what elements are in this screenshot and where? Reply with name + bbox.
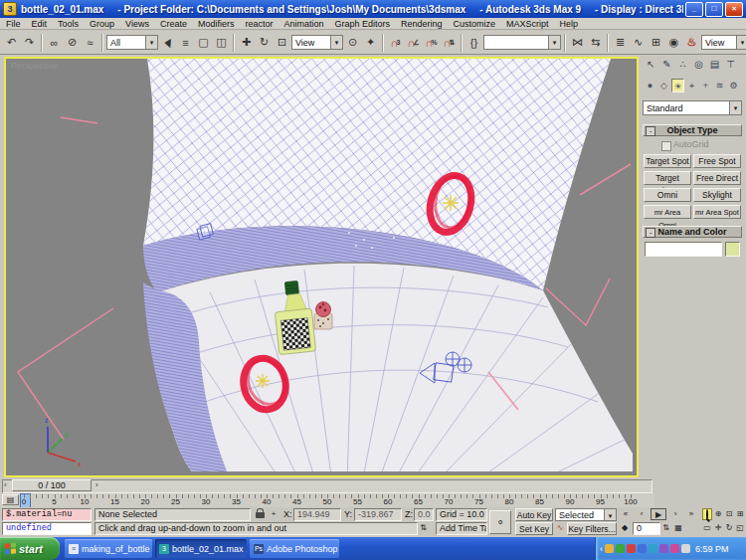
mirror-icon[interactable]: ⋈ [569, 34, 586, 52]
region-zoom-icon[interactable]: ▭ [702, 522, 712, 534]
tray-display-icon[interactable] [649, 544, 657, 553]
start-button[interactable]: start [0, 537, 60, 560]
curve-editor-icon[interactable]: ∿ [630, 34, 647, 52]
next-frame-icon[interactable]: › [668, 508, 682, 520]
tab-utilities-icon[interactable]: ⊤ [723, 57, 738, 73]
material-editor-icon[interactable]: ◉ [665, 34, 682, 52]
prompt-spinner-icon[interactable]: ⇅ [419, 522, 428, 534]
tab-motion-icon[interactable]: ◎ [691, 57, 706, 73]
zoom-extents-icon[interactable]: ⊡ [724, 508, 734, 520]
bind-to-spacewarp-icon[interactable]: ≈ [82, 34, 98, 52]
select-and-move-icon[interactable]: ✚ [238, 34, 255, 52]
light-category-dropdown[interactable]: Standard ▾ [643, 100, 742, 115]
name-and-color-rollout[interactable]: - Name and Color [643, 226, 742, 238]
arc-rotate-icon[interactable]: ↻ [724, 522, 734, 534]
go-to-end-icon[interactable]: » [684, 508, 698, 520]
category-helpers-icon[interactable]: + [699, 79, 712, 93]
mr-area-spot-button[interactable]: mr Area Spot [693, 205, 741, 219]
render-view-dropdown[interactable]: View ▾ [701, 35, 746, 50]
redo-icon[interactable]: ↷ [21, 34, 38, 52]
selection-filter-dropdown[interactable]: All ▾ [106, 35, 158, 50]
viewport-label[interactable]: Perspective [11, 61, 58, 71]
time-slider-right-arrow[interactable]: › [95, 480, 98, 489]
select-and-link-icon[interactable]: ∞ [46, 34, 63, 52]
viewport-canvas[interactable]: z y x [6, 59, 633, 471]
unlink-selection-icon[interactable]: ⊘ [64, 34, 81, 52]
window-crossing-icon[interactable]: ◫ [213, 34, 230, 52]
named-selection-dropdown[interactable]: ▾ [483, 35, 561, 50]
category-spacewarps-icon[interactable]: ≋ [713, 79, 726, 93]
jar-model[interactable] [314, 302, 332, 330]
spinner-snap-icon[interactable]: ∩⇅ [441, 34, 458, 52]
menu-group[interactable]: Group [90, 19, 114, 29]
use-pivot-center-icon[interactable]: ⊙ [344, 34, 361, 52]
object-name-field[interactable] [645, 242, 722, 257]
tab-display-icon[interactable]: ▤ [707, 57, 722, 73]
taskbar-item-photoshop[interactable]: Ps Adobe Photoshop [250, 539, 339, 558]
reference-coordinate-dropdown[interactable]: View ▾ [291, 35, 343, 50]
snap-toggle-icon[interactable]: ∩3 [387, 34, 404, 52]
key-mode-toggle-icon[interactable]: ◆ [619, 522, 631, 534]
menu-customize[interactable]: Customize [454, 19, 496, 29]
play-button-icon[interactable]: ▶ [651, 508, 666, 520]
zoom-extents-all-icon[interactable]: ⊞ [735, 508, 745, 520]
x-coordinate-field[interactable]: 194.949 [293, 508, 341, 521]
free-direct-button[interactable]: Free Direct [693, 171, 741, 185]
tray-network-icon[interactable] [638, 544, 647, 553]
tab-hierarchy-icon[interactable]: ∴ [675, 57, 690, 73]
select-and-rotate-icon[interactable]: ↻ [256, 34, 273, 52]
omni-light-1[interactable] [256, 374, 270, 388]
menu-animation[interactable]: Animation [283, 19, 323, 29]
layer-manager-icon[interactable]: ≣ [612, 34, 629, 52]
category-shapes-icon[interactable]: ◇ [657, 79, 670, 93]
free-spot-button[interactable]: Free Spot [693, 154, 741, 168]
maxscript-listener-output[interactable]: undefined [2, 522, 92, 535]
category-systems-icon[interactable]: ⚙ [727, 79, 740, 93]
perspective-viewport[interactable]: Perspective [4, 57, 639, 477]
menu-create[interactable]: Create [160, 19, 187, 29]
taskbar-item-notepad[interactable]: ≡ making_of_bottle - N... [65, 539, 152, 558]
menu-edit[interactable]: Edit [32, 19, 48, 29]
select-and-manipulate-icon[interactable]: ✦ [362, 34, 379, 52]
taskbar-item-3dsmax[interactable]: 3 bottle_02_01.max ... [155, 539, 247, 558]
omni-light-2[interactable] [443, 195, 459, 211]
tray-chevron-icon[interactable]: ‹ [600, 544, 603, 554]
undo-icon[interactable]: ↶ [3, 34, 20, 52]
minimize-button[interactable]: _ [685, 2, 703, 17]
tray-messenger-icon[interactable] [670, 544, 679, 553]
object-color-swatch[interactable] [725, 242, 740, 257]
named-selection-sets-icon[interactable]: {} [466, 34, 482, 52]
category-lights-icon[interactable]: ☀ [671, 79, 684, 93]
object-type-rollout[interactable]: - Object Type [643, 124, 742, 136]
select-by-name-icon[interactable]: ≡ [177, 34, 194, 52]
menu-modifiers[interactable]: Modifiers [198, 19, 235, 29]
time-slider-handle[interactable]: 0 / 100 [12, 479, 92, 491]
selection-lock-icon[interactable] [256, 512, 265, 518]
z-coordinate-field[interactable]: 0.0 [414, 508, 434, 521]
select-and-scale-icon[interactable]: ⊡ [274, 34, 290, 52]
tray-updates-icon[interactable] [681, 544, 690, 553]
key-filters-button[interactable]: Key Filters... [567, 522, 617, 535]
menu-help[interactable]: Help [560, 19, 579, 29]
schematic-view-icon[interactable]: ⊞ [648, 34, 664, 52]
mr-area-omni-button[interactable]: mr Area Omni [644, 205, 691, 219]
angle-snap-icon[interactable]: ∩∠ [405, 34, 422, 52]
y-coordinate-field[interactable]: -319.867 [354, 508, 402, 521]
zoom-tool-icon[interactable] [702, 508, 712, 520]
omni-button[interactable]: Omni [644, 188, 691, 202]
add-time-tag[interactable]: Add Time Tag [436, 522, 487, 535]
align-icon[interactable]: ⇆ [587, 34, 604, 52]
tab-create-icon[interactable]: ↖ [644, 57, 658, 73]
previous-frame-icon[interactable]: ‹ [635, 508, 649, 520]
menu-views[interactable]: Views [125, 19, 149, 29]
set-key-button[interactable]: Set Key [515, 522, 553, 535]
close-button[interactable]: × [725, 2, 743, 17]
category-cameras-icon[interactable]: ⌖ [685, 79, 698, 93]
pan-icon[interactable]: ✛ [713, 522, 723, 534]
menu-reactor[interactable]: reactor [245, 19, 273, 29]
set-key-curve-icon[interactable]: ∿ [555, 522, 565, 534]
category-geometry-icon[interactable]: ● [644, 79, 656, 93]
absolute-offset-toggle-icon[interactable]: + [269, 508, 279, 520]
restore-button[interactable]: □ [705, 2, 723, 17]
percent-snap-icon[interactable]: ∩% [423, 34, 440, 52]
